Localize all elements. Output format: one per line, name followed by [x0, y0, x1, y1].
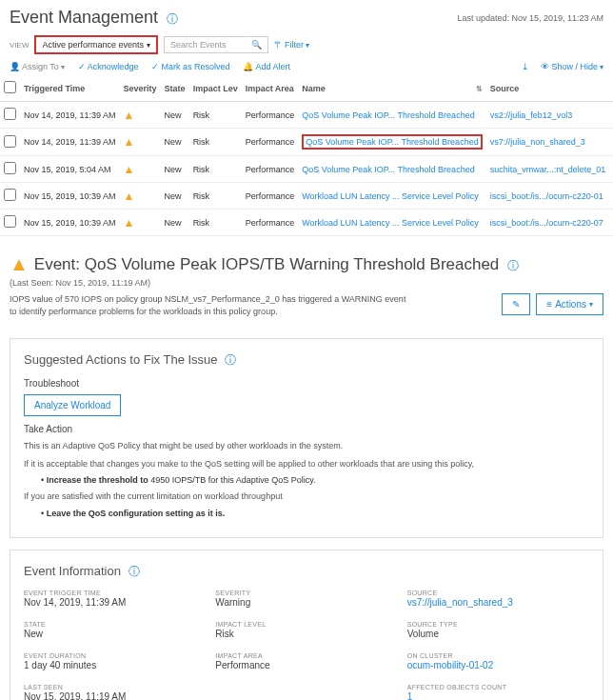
- cell-impact: Risk: [189, 156, 242, 183]
- cell-source[interactable]: vs2://julia_feb12_vol3: [486, 102, 610, 129]
- cell-name[interactable]: QoS Volume Peak IOP... Threshold Breache…: [298, 156, 485, 183]
- row-checkbox[interactable]: [4, 108, 16, 120]
- chevron-down-icon: ▾: [147, 41, 150, 50]
- view-label: VIEW: [10, 41, 29, 50]
- info-cluster: ON CLUSTERocum-mobility-01-02: [407, 652, 589, 670]
- table-row[interactable]: Nov 15, 2019, 10:39 AM▲NewRiskPerformanc…: [0, 210, 613, 236]
- row-checkbox[interactable]: [4, 162, 16, 174]
- info-severity: SEVERITYWarning: [215, 590, 397, 608]
- warning-icon: ▲: [124, 216, 135, 230]
- suggested-actions-panel: Suggested Actions to Fix The Issue ⓘ Tro…: [10, 338, 603, 538]
- cell-state: New: [161, 102, 189, 129]
- cell-area: Performance: [242, 210, 299, 236]
- assign-to-button[interactable]: 👤 Assign To ▾: [10, 62, 65, 71]
- event-last-seen: (Last Seen: Nov 15, 2019, 11:19 AM): [10, 278, 603, 288]
- col-state[interactable]: State: [161, 75, 189, 102]
- cell-area: Performance: [242, 102, 299, 129]
- col-severity[interactable]: Severity: [120, 75, 161, 102]
- row-checkbox[interactable]: [4, 135, 16, 148]
- info-state: STATENew: [24, 621, 206, 639]
- cell-source[interactable]: iscsi_boot:/is.../ocum-c220-07: [486, 210, 610, 236]
- col-impact-lev[interactable]: Impact Lev: [189, 75, 242, 102]
- cell-severity: ▲: [120, 183, 161, 210]
- actions-dropdown[interactable]: ≡ Actions ▾: [536, 293, 603, 315]
- col-triggered[interactable]: Triggered Time: [20, 75, 120, 102]
- event-info-panel: Event Information ⓘ EVENT TRIGGER TIMENo…: [10, 550, 603, 700]
- cell-impact: Risk: [189, 102, 242, 129]
- cell-severity: ▲: [120, 156, 161, 183]
- cell-time: Nov 15, 2019, 5:04 AM: [20, 156, 120, 183]
- col-impact-area[interactable]: Impact Area: [242, 75, 299, 102]
- edit-button[interactable]: [502, 293, 530, 315]
- show-hide-button[interactable]: 👁 Show / Hide ▾: [541, 62, 603, 71]
- table-row[interactable]: Nov 14, 2019, 11:39 AM▲NewRiskPerformanc…: [0, 129, 613, 156]
- cell-name[interactable]: Workload LUN Latency ... Service Level P…: [298, 183, 485, 210]
- cell-source[interactable]: vs7://julia_non_shared_3: [486, 129, 610, 156]
- cell-name[interactable]: QoS Volume Peak IOP... Threshold Breache…: [298, 102, 485, 129]
- download-icon[interactable]: [522, 62, 529, 71]
- search-icon[interactable]: 🔍: [251, 40, 262, 50]
- cell-time: Nov 14, 2019, 11:39 AM: [20, 129, 120, 156]
- events-table: Triggered Time Severity State Impact Lev…: [0, 75, 613, 236]
- info-impact-area: IMPACT AREAPerformance: [215, 652, 397, 670]
- info-last-seen: LAST SEENNov 15, 2019, 11:19 AM: [24, 684, 206, 700]
- action-text: This is an Adaptive QoS Policy that migh…: [24, 440, 589, 452]
- suggested-title: Suggested Actions to Fix The Issue ⓘ: [24, 352, 589, 369]
- help-icon[interactable]: ⓘ: [225, 353, 236, 367]
- troubleshoot-heading: Troubleshoot: [24, 378, 589, 389]
- cell-name[interactable]: Workload LUN Latency ... Service Level P…: [298, 210, 485, 236]
- cell-impact: Risk: [189, 129, 242, 156]
- table-row[interactable]: Nov 15, 2019, 10:39 AM▲NewRiskPerformanc…: [0, 183, 613, 210]
- cell-source[interactable]: suchita_vmwar...:nt_delete_01: [486, 156, 610, 183]
- table-row[interactable]: Nov 14, 2019, 11:39 AM▲NewRiskPerformanc…: [0, 102, 613, 129]
- cell-area: Performance: [242, 129, 299, 156]
- pencil-icon: [512, 299, 520, 310]
- search-input[interactable]: Search Events 🔍: [164, 36, 268, 53]
- view-dropdown[interactable]: Active performance events▾: [34, 35, 158, 54]
- page-title: Event Management ⓘ: [10, 8, 178, 28]
- help-icon[interactable]: ⓘ: [167, 12, 178, 26]
- action-text: If you are satisfied with the current li…: [24, 490, 589, 503]
- cell-source-type: LUN: [609, 183, 613, 210]
- cell-time: Nov 15, 2019, 10:39 AM: [20, 210, 120, 236]
- table-row[interactable]: Nov 15, 2019, 5:04 AM▲NewRiskPerformance…: [0, 156, 613, 183]
- help-icon[interactable]: ⓘ: [129, 565, 140, 578]
- event-title: Event: QoS Volume Peak IOPS/TB Warning T…: [34, 255, 519, 274]
- cell-time: Nov 14, 2019, 11:39 AM: [20, 102, 120, 129]
- info-impact-level: IMPACT LEVELRisk: [215, 621, 397, 639]
- row-checkbox[interactable]: [4, 189, 16, 201]
- cell-source[interactable]: iscsi_boot:/is.../ocum-c220-01: [486, 183, 610, 210]
- action-bullet: • Increase the threshold to 4950 IOPS/TB…: [41, 475, 589, 485]
- col-source-ty[interactable]: Source Ty: [609, 75, 613, 102]
- add-alert-button[interactable]: 🔔 Add Alert: [243, 62, 290, 71]
- event-description: IOPS value of 570 IOPS on policy group N…: [10, 293, 409, 317]
- warning-icon: ▲: [10, 253, 29, 275]
- cell-severity: ▲: [120, 129, 161, 156]
- analyze-workload-button[interactable]: Analyze Workload: [24, 394, 121, 416]
- cell-state: New: [161, 129, 189, 156]
- cell-impact: Risk: [189, 183, 242, 210]
- warning-icon: ▲: [124, 109, 135, 122]
- col-name[interactable]: Name: [298, 75, 469, 102]
- filter-button[interactable]: 〒Filter▾: [274, 39, 309, 51]
- action-bullet: • Leave the QoS configuration setting as…: [41, 509, 589, 518]
- col-source[interactable]: Source: [486, 75, 610, 102]
- help-icon[interactable]: ⓘ: [507, 259, 519, 272]
- cell-source-type: LUN: [609, 210, 613, 236]
- cell-severity: ▲: [120, 102, 161, 129]
- mark-resolved-button[interactable]: ✓ Mark as Resolved: [151, 62, 229, 71]
- cell-state: New: [161, 183, 189, 210]
- cell-area: Performance: [242, 156, 299, 183]
- row-checkbox[interactable]: [4, 215, 16, 228]
- cell-name[interactable]: QoS Volume Peak IOP... Threshold Breache…: [298, 129, 485, 156]
- sort-icon[interactable]: ⇅: [476, 85, 483, 93]
- info-trigger-time: EVENT TRIGGER TIMENov 14, 2019, 11:39 AM: [24, 590, 206, 608]
- cell-state: New: [161, 210, 189, 236]
- cell-severity: ▲: [120, 210, 161, 236]
- cell-state: New: [161, 156, 189, 183]
- info-duration: EVENT DURATION1 day 40 minutes: [24, 652, 206, 670]
- take-action-heading: Take Action: [24, 424, 589, 434]
- cell-source-type: Volume: [609, 129, 613, 156]
- select-all-checkbox[interactable]: [4, 81, 16, 93]
- acknowledge-button[interactable]: ✓ Acknowledge: [78, 62, 139, 71]
